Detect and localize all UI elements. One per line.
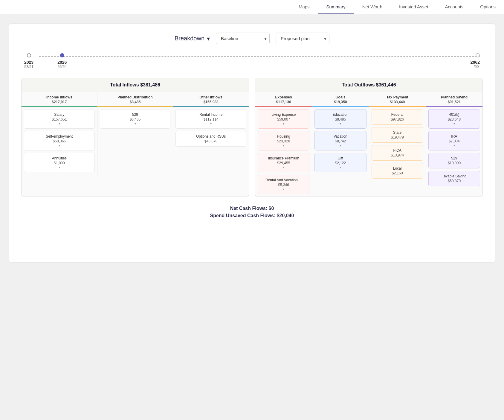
salary-amount: $157,651 bbox=[27, 117, 92, 121]
education-card[interactable]: Education $8,485 ▾ bbox=[314, 109, 366, 129]
timeline-year-2023: 2023 bbox=[24, 60, 33, 65]
expenses-col: Expenses $117,136 Living Expense $59,007… bbox=[255, 92, 312, 197]
529-inflow-amount: $8,485 bbox=[103, 117, 168, 121]
breakdown-chevron-icon: ▾ bbox=[207, 35, 210, 42]
options-rsus-card[interactable]: Options and RSUs $43,870 bbox=[175, 131, 246, 147]
401k-chevron-icon: ▾ bbox=[431, 122, 477, 125]
housing-card[interactable]: Housing $23,328 ▾ bbox=[258, 131, 309, 150]
other-inflows-amount: $155,983 bbox=[175, 100, 246, 104]
options-rsus-name: Options and RSUs bbox=[178, 134, 244, 139]
insurance-premium-name: Insurance Premium bbox=[260, 156, 307, 160]
living-expense-card[interactable]: Living Expense $59,007 ▾ bbox=[258, 109, 309, 129]
header-controls: Breakdown ▾ Baseline Proposed plan bbox=[21, 33, 483, 44]
goals-label: Goals bbox=[314, 95, 366, 99]
local-card[interactable]: Local $2,160 bbox=[372, 163, 423, 179]
housing-name: Housing bbox=[260, 134, 307, 139]
gift-card[interactable]: Gift $2,122 ▾ bbox=[314, 153, 366, 172]
529-inflow-name: 529 bbox=[103, 112, 168, 117]
timeline-dot-2023 bbox=[27, 53, 31, 57]
baseline-select[interactable]: Baseline bbox=[216, 33, 270, 44]
rental-income-name: Rental Income bbox=[178, 112, 244, 117]
state-card[interactable]: State $19,479 bbox=[372, 127, 423, 143]
federal-amount: $97,826 bbox=[374, 117, 421, 121]
timeline-sub-2023: 53/51 bbox=[25, 65, 33, 69]
state-name: State bbox=[374, 130, 421, 135]
planned-saving-header: Planned Saving $91,521 bbox=[426, 92, 482, 107]
529-saving-card[interactable]: 529 $10,000 bbox=[428, 153, 480, 168]
tab-invested-asset[interactable]: Invested Asset bbox=[391, 0, 437, 14]
inflows-columns: Income Inflows $217,017 Salary $157,651 … bbox=[22, 92, 249, 175]
education-chevron-icon: ▾ bbox=[317, 122, 364, 125]
vacation-chevron-icon: ▾ bbox=[317, 144, 364, 147]
timeline-sub-2026: 56/54 bbox=[58, 65, 67, 69]
401k-card[interactable]: 401(k) $23,648 ▾ bbox=[428, 109, 480, 129]
living-expense-name: Living Expense bbox=[260, 112, 307, 117]
self-employment-card[interactable]: Self-employment $58,366 ▾ bbox=[24, 131, 95, 150]
insurance-premium-card[interactable]: Insurance Premium $29,455 ▾ bbox=[258, 153, 309, 172]
expenses-amount: $117,136 bbox=[258, 100, 309, 104]
rental-income-card[interactable]: Rental Income $112,114 ▾ bbox=[175, 109, 246, 129]
timeline: 2023 53/51 2026 56/54 2062 - /90 bbox=[21, 53, 483, 69]
income-inflows-amount: $217,017 bbox=[24, 100, 95, 104]
net-flows-section: Net Cash Flows: $0 Spend Unsaved Cash Fl… bbox=[21, 206, 483, 218]
self-employment-name: Self-employment bbox=[27, 134, 92, 139]
other-inflows-col: Other Inflows $155,983 Rental Income $11… bbox=[173, 92, 249, 175]
tax-payment-amount: $133,440 bbox=[372, 100, 423, 104]
fica-name: FICA bbox=[374, 148, 421, 153]
outflows-panel-header: Total Outflows $361,446 bbox=[255, 78, 482, 92]
tab-summary[interactable]: Summary bbox=[318, 0, 354, 14]
breakdown-label: Breakdown bbox=[175, 35, 204, 42]
federal-card[interactable]: Federal $97,826 bbox=[372, 109, 423, 125]
baseline-select-wrapper: Baseline bbox=[216, 33, 270, 44]
self-employment-amount: $58,366 bbox=[27, 139, 92, 143]
housing-amount: $23,328 bbox=[260, 139, 307, 143]
education-amount: $8,485 bbox=[317, 117, 364, 121]
timeline-dot-2026 bbox=[60, 53, 64, 57]
income-inflows-header: Income Inflows $217,017 bbox=[22, 92, 97, 107]
goals-amount: $19,350 bbox=[314, 100, 366, 104]
planned-distribution-col: Planned Distribution $8,485 529 $8,485 ▾ bbox=[97, 92, 173, 175]
other-inflows-header: Other Inflows $155,983 bbox=[173, 92, 249, 107]
annuities-card[interactable]: Annuities $1,000 ▾ bbox=[24, 153, 95, 172]
fica-amount: $13,974 bbox=[374, 153, 421, 157]
state-amount: $19,479 bbox=[374, 135, 421, 139]
salary-card[interactable]: Salary $157,651 ▾ bbox=[24, 109, 95, 129]
taxable-saving-name: Taxable Saving bbox=[431, 174, 477, 178]
rental-vacation-card[interactable]: Rental And Vacation ... $5,346 ▾ bbox=[258, 175, 309, 194]
taxable-saving-card[interactable]: Taxable Saving $50,870 bbox=[428, 171, 480, 186]
rental-income-chevron-icon: ▾ bbox=[178, 122, 244, 125]
goals-header: Goals $19,350 bbox=[312, 92, 369, 107]
outflows-columns: Expenses $117,136 Living Expense $59,007… bbox=[255, 92, 482, 197]
salary-chevron-icon: ▾ bbox=[27, 122, 92, 125]
income-inflows-col: Income Inflows $217,017 Salary $157,651 … bbox=[22, 92, 97, 175]
breakdown-section: Total Inflows $381,486 Income Inflows $2… bbox=[21, 78, 483, 197]
inflows-panel-header: Total Inflows $381,486 bbox=[22, 78, 249, 92]
rental-vacation-amount: $5,346 bbox=[260, 183, 307, 187]
ira-card[interactable]: IRA $7,004 ▾ bbox=[428, 131, 480, 150]
timeline-sub-end: - /90 bbox=[471, 65, 479, 69]
tab-maps[interactable]: Maps bbox=[290, 0, 318, 14]
main-content: Breakdown ▾ Baseline Proposed plan 2023 … bbox=[9, 23, 495, 263]
tab-net-worth[interactable]: Net Worth bbox=[354, 0, 391, 14]
gift-amount: $2,122 bbox=[317, 161, 364, 165]
401k-amount: $23,648 bbox=[431, 117, 477, 121]
tab-accounts[interactable]: Accounts bbox=[437, 0, 472, 14]
self-employment-chevron-icon: ▾ bbox=[27, 144, 92, 147]
401k-name: 401(k) bbox=[431, 112, 477, 117]
529-inflow-card[interactable]: 529 $8,485 ▾ bbox=[100, 109, 171, 129]
gift-name: Gift bbox=[317, 156, 364, 160]
timeline-year-2026: 2026 bbox=[57, 60, 67, 65]
proposed-plan-select[interactable]: Proposed plan bbox=[276, 33, 329, 44]
breakdown-button[interactable]: Breakdown ▾ bbox=[175, 35, 210, 42]
fica-card[interactable]: FICA $13,974 bbox=[372, 145, 423, 161]
proposed-plan-select-wrapper: Proposed plan bbox=[276, 33, 329, 44]
tax-payment-col: Tax Payment $133,440 Federal $97,826 Sta… bbox=[369, 92, 426, 197]
other-inflows-label: Other Inflows bbox=[175, 95, 246, 99]
planned-saving-amount: $91,521 bbox=[428, 100, 480, 104]
planned-saving-label: Planned Saving bbox=[428, 95, 480, 99]
vacation-card[interactable]: Vacation $8,742 ▾ bbox=[314, 131, 366, 150]
timeline-line bbox=[39, 56, 480, 57]
annuities-chevron-icon: ▾ bbox=[27, 166, 92, 169]
inflows-panel: Total Inflows $381,486 Income Inflows $2… bbox=[21, 78, 249, 197]
tab-options[interactable]: Options bbox=[472, 0, 504, 14]
